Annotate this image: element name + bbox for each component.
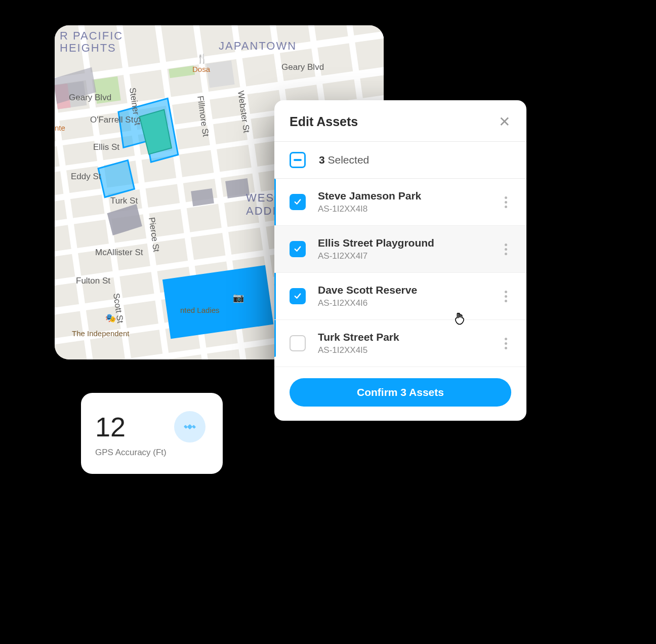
more-icon[interactable]	[500, 244, 511, 255]
asset-name: Ellis Street Playground	[318, 237, 488, 249]
label-japantown: JAPANTOWN	[219, 39, 297, 52]
label-pacific-heights-2: HEIGHTS	[60, 42, 116, 54]
theater-icon: 🎭	[105, 313, 116, 324]
asset-name: Turk Street Park	[318, 331, 488, 343]
label-independent: The Independent	[72, 329, 130, 338]
more-icon[interactable]	[500, 338, 511, 349]
close-icon[interactable]: ✕	[497, 115, 511, 129]
svg-rect-25	[206, 60, 234, 88]
label-geary-left: Geary Blvd	[69, 93, 111, 102]
label-ofarrell: O'Farrell St	[90, 115, 134, 125]
gps-accuracy-value: 12	[95, 413, 126, 440]
asset-id: AS-1I2XX4I5	[318, 345, 488, 355]
panel-title: Edit Assets	[290, 114, 358, 129]
svg-rect-35	[184, 425, 188, 429]
label-geary-top: Geary Blvd	[281, 62, 324, 72]
asset-name: Steve Jameson Park	[318, 190, 488, 202]
restaurant-icon: 🍴	[196, 53, 208, 64]
asset-name: Dave Scott Reserve	[318, 284, 488, 296]
more-icon[interactable]	[500, 196, 511, 208]
gps-accuracy-label: GPS Accuracy (Ft)	[95, 448, 209, 458]
label-west-add-2: ADDI	[246, 205, 277, 217]
select-all-row[interactable]: 3 Selected	[274, 142, 526, 178]
asset-list: Steve Jameson Park AS-1I2XX4I8 Ellis Str…	[274, 178, 526, 367]
checkbox-indeterminate-icon[interactable]	[290, 152, 306, 168]
asset-row[interactable]: Turk Street Park AS-1I2XX4I5	[274, 320, 526, 367]
svg-rect-34	[187, 424, 193, 430]
satellite-icon	[174, 411, 206, 442]
label-turk: Turk St	[110, 196, 138, 206]
svg-rect-36	[192, 425, 196, 429]
checkbox-checked-icon[interactable]	[290, 288, 306, 304]
confirm-button[interactable]: Confirm 3 Assets	[290, 378, 511, 407]
asset-id: AS-1I2XX4I8	[318, 204, 488, 214]
svg-rect-27	[191, 188, 214, 207]
label-eddy: Eddy St	[71, 172, 101, 181]
asset-row[interactable]: Steve Jameson Park AS-1I2XX4I8	[274, 179, 526, 226]
more-icon[interactable]	[500, 291, 511, 302]
gps-accuracy-card: 12 GPS Accuracy (Ft)	[81, 393, 223, 474]
selected-count-label: 3 Selected	[319, 154, 369, 166]
asset-id: AS-1I2XX4I7	[318, 251, 488, 261]
checkbox-checked-icon[interactable]	[290, 241, 306, 257]
asset-id: AS-1I2XX4I6	[318, 298, 488, 308]
label-fulton: Fulton St	[76, 276, 110, 286]
label-dosa: Dosa	[192, 65, 211, 73]
camera-icon: 📷	[233, 292, 244, 303]
checkbox-unchecked-icon[interactable]	[290, 335, 306, 351]
label-painted-ladies: nted Ladies	[180, 306, 220, 314]
label-ellis: Ellis St	[93, 142, 119, 152]
checkbox-checked-icon[interactable]	[290, 194, 306, 210]
asset-row[interactable]: Dave Scott Reserve AS-1I2XX4I6	[274, 273, 526, 320]
edit-assets-panel: Edit Assets ✕ 3 Selected Steve Jameson P…	[274, 100, 526, 421]
label-nte: nte	[55, 124, 65, 132]
label-pacific-heights-1: R PACIFIC	[60, 29, 123, 42]
label-mcallister: McAllister St	[95, 248, 143, 257]
asset-row[interactable]: Ellis Street Playground AS-1I2XX4I7	[274, 226, 526, 273]
